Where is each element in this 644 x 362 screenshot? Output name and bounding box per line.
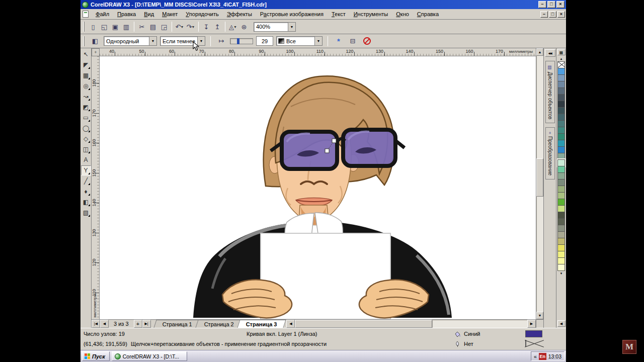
scroll-down-button[interactable]: ▼ — [536, 312, 543, 319]
menu-item-8[interactable]: Инструменты — [350, 10, 392, 19]
ruler-origin-button[interactable]: + — [92, 48, 100, 56]
docker-collapse-button[interactable]: ◀◀ — [545, 49, 555, 57]
horizontal-ruler[interactable]: миллиметры 40506070809010011012013014015… — [100, 48, 536, 56]
page-tab-1[interactable]: Страница 1 — [153, 320, 201, 328]
copy-icon[interactable]: ▤ — [147, 21, 158, 32]
page-tab-3[interactable]: Страница 3 — [237, 320, 286, 328]
text-tool[interactable]: A — [81, 155, 91, 165]
copy-transparency-icon[interactable]: ⊟ — [347, 36, 358, 47]
color-swatch-16[interactable] — [557, 166, 565, 173]
color-swatch-28[interactable] — [557, 244, 565, 251]
menu-item-10[interactable]: Справка — [413, 10, 443, 19]
redo-icon[interactable]: ↷▼ — [185, 21, 196, 32]
vertical-scrollbar[interactable]: ▲ ▼ — [536, 48, 543, 319]
document-icon[interactable] — [83, 11, 89, 18]
first-page-button[interactable]: |◀ — [92, 320, 100, 328]
docker-tab-transformation[interactable]: + Преобразование — [545, 127, 555, 179]
add-page-button[interactable]: + — [134, 320, 142, 328]
import-icon[interactable]: ↧ — [201, 21, 212, 32]
color-swatch-22[interactable] — [557, 205, 565, 212]
docker-tab-object-manager[interactable]: ▤ Диспетчер объектов — [545, 61, 555, 123]
color-swatch-6[interactable] — [557, 101, 565, 108]
menu-item-4[interactable]: Упорядочить — [182, 10, 222, 19]
chevron-down-icon[interactable]: ▼ — [191, 25, 195, 29]
color-swatch-12[interactable] — [557, 140, 565, 147]
save-icon[interactable]: ▣ — [110, 21, 121, 32]
color-swatch-23[interactable] — [557, 212, 565, 219]
app-launcher-icon[interactable]: ◬▼ — [227, 21, 238, 32]
interactive-transparency-tool[interactable]: Y — [81, 165, 91, 175]
color-swatch-3[interactable] — [557, 81, 565, 88]
property-bar-grip[interactable] — [83, 36, 85, 46]
color-swatch-2[interactable] — [557, 74, 565, 81]
zoom-level-combo[interactable]: 400% ▼ — [254, 22, 296, 32]
color-swatch-8[interactable] — [557, 114, 565, 121]
pick-tool[interactable]: ↖ — [81, 49, 91, 59]
menu-item-3[interactable]: Макет — [158, 10, 182, 19]
freeze-transparency-icon[interactable]: * — [333, 36, 344, 47]
tray-chevron[interactable]: « — [534, 353, 537, 359]
cut-icon[interactable]: ✂ — [136, 21, 147, 32]
print-icon[interactable]: ▥ — [121, 21, 132, 32]
palette-scroll-down-button[interactable]: ▼ — [557, 270, 566, 276]
color-swatch-17[interactable] — [557, 172, 565, 179]
vertical-scroll-track[interactable] — [536, 56, 543, 312]
menu-item-7[interactable]: Текст — [328, 10, 350, 19]
color-swatch-7[interactable] — [557, 107, 565, 114]
color-swatch-18[interactable] — [557, 179, 565, 186]
transparency-target-combo[interactable]: Все ▼ — [276, 36, 323, 46]
prev-page-button[interactable]: ◀ — [100, 320, 109, 328]
page-tab-2[interactable]: Страница 2 — [195, 320, 243, 328]
last-page-button[interactable]: ▶| — [142, 320, 151, 328]
eyedropper-tool[interactable]: ╱ — [81, 176, 91, 186]
transparency-handle[interactable] — [332, 139, 336, 143]
chevron-down-icon[interactable]: ▼ — [149, 37, 156, 45]
freehand-tool[interactable]: ↝ — [81, 92, 91, 102]
interactive-fill-tool[interactable]: ▧ — [81, 208, 91, 218]
menu-item-9[interactable]: Окно — [392, 10, 413, 19]
export-icon[interactable]: ↥ — [212, 21, 223, 32]
palette-scroll-up-button[interactable]: ▲ — [557, 56, 566, 61]
color-swatch-26[interactable] — [557, 231, 565, 238]
drawing-man-with-paper[interactable] — [100, 56, 536, 319]
color-swatch-10[interactable] — [557, 127, 565, 134]
edit-transparency-icon[interactable]: ◧ — [90, 36, 101, 47]
toolbar-grip[interactable] — [83, 22, 85, 32]
horizontal-scroll-thumb[interactable] — [295, 320, 432, 328]
color-swatch-29[interactable] — [557, 251, 565, 258]
color-swatch-30[interactable] — [557, 257, 565, 264]
no-color-swatch[interactable] — [557, 61, 565, 68]
basic-shapes-tool[interactable]: ◫ — [81, 144, 91, 154]
color-swatch-9[interactable] — [557, 120, 565, 127]
transparency-slider[interactable] — [230, 38, 253, 44]
open-icon[interactable]: ◱ — [99, 21, 110, 32]
smart-fill-tool[interactable]: ◩ — [81, 102, 91, 112]
color-swatch-14[interactable] — [557, 153, 565, 160]
transparency-type-combo[interactable]: Однородный ▼ — [104, 36, 157, 46]
palette-options-icon[interactable]: ▦ — [557, 49, 566, 55]
chevron-down-icon[interactable]: ▼ — [314, 37, 322, 45]
doc-close-button[interactable]: × — [557, 11, 565, 18]
color-swatch-27[interactable] — [557, 238, 565, 245]
shape-tool[interactable]: ◤ — [81, 60, 91, 70]
minimize-button[interactable]: − — [538, 1, 546, 8]
doc-minimize-button[interactable]: − — [540, 11, 548, 18]
vertical-scroll-thumb[interactable] — [536, 158, 543, 197]
crop-tool[interactable]: ▦ — [81, 70, 91, 80]
menu-item-5[interactable]: Эффекты — [223, 10, 256, 19]
color-swatch-5[interactable] — [557, 94, 565, 101]
color-swatch-25[interactable] — [557, 225, 565, 232]
doc-restore-button[interactable]: □ — [549, 11, 556, 18]
scroll-right-button[interactable]: ▶ — [527, 320, 536, 328]
ellipse-tool[interactable]: ◯ — [81, 123, 91, 133]
color-swatch-24[interactable] — [557, 218, 565, 225]
color-swatch-11[interactable] — [557, 133, 565, 140]
new-icon[interactable]: ▯ — [88, 21, 99, 32]
slider-thumb[interactable] — [237, 38, 239, 44]
menu-item-2[interactable]: Вид — [140, 10, 158, 19]
undo-icon[interactable]: ↶▼ — [174, 21, 185, 32]
vertical-ruler[interactable]: миллиметры 180170160150140130120110 — [92, 56, 100, 319]
menu-item-0[interactable]: Файл — [92, 10, 113, 19]
chevron-down-icon[interactable]: ▼ — [288, 23, 295, 31]
outline-tool[interactable]: ♦ — [81, 187, 91, 197]
